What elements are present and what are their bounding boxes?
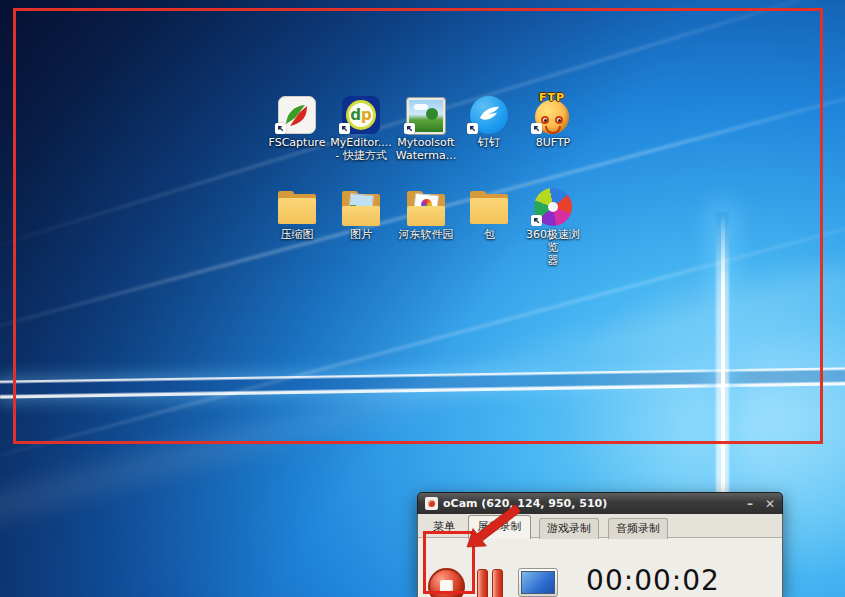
recording-timer: 00:00:02 — [568, 564, 738, 597]
icon-label: 钉钉 — [457, 136, 521, 149]
folder-icon — [469, 192, 509, 226]
icon-label: 360极速浏览 器 — [521, 228, 585, 267]
tab-screen-record[interactable]: 屏幕录制 — [468, 515, 531, 539]
icon-label: 河东软件园 — [394, 228, 458, 241]
pause-icon — [470, 568, 510, 597]
desktop-icon-fscapture[interactable]: FSCapture — [265, 92, 329, 149]
monitor-icon — [518, 568, 558, 597]
desktop-icon-myeditor[interactable]: dp MyEditor.... - 快捷方式 — [329, 92, 393, 162]
desktop-icon-folder-pictures[interactable]: 图片 — [329, 184, 393, 241]
shortcut-arrow-icon — [404, 123, 415, 134]
desktop-icon-360-browser[interactable]: 360极速浏览 器 — [521, 184, 585, 267]
icon-label: MyEditor.... - 快捷方式 — [329, 136, 393, 162]
pause-button[interactable]: 暂停 — [470, 568, 510, 597]
ftp-badge: FTP — [539, 91, 565, 104]
icon-label: 8UFTP — [521, 136, 585, 149]
desktop-icon-8uftp[interactable]: FTP 8UFTP — [521, 92, 585, 149]
tab-audio-record[interactable]: 音频录制 — [608, 518, 668, 539]
monogram-p: p — [361, 108, 372, 123]
desktop-icon-folder-hedong[interactable]: 河东软件园 — [394, 184, 458, 241]
shortcut-arrow-icon — [275, 123, 286, 134]
shortcut-arrow-icon — [531, 123, 542, 134]
folder-icon — [406, 192, 446, 226]
close-button[interactable]: ✕ — [765, 498, 775, 510]
stop-button-highlight-box — [423, 531, 475, 594]
minimize-button[interactable]: – — [747, 498, 753, 510]
desktop-icon-folder-compressed[interactable]: 压缩图 — [265, 184, 329, 241]
tab-game-record[interactable]: 游戏录制 — [539, 518, 599, 539]
shortcut-arrow-icon — [339, 123, 350, 134]
icon-label: 压缩图 — [265, 228, 329, 241]
screen-capture-button[interactable]: 屏幕捕获 — [510, 568, 566, 597]
ocam-titlebar[interactable]: oCam (620, 124, 950, 510) – ✕ — [417, 492, 783, 514]
desktop-screen: FSCapture dp MyEditor.... - 快捷方式 Mytools… — [0, 0, 845, 597]
monogram-d: d — [350, 108, 361, 123]
icon-label: Mytoolsoft Waterma... — [394, 136, 458, 162]
desktop-icon-folder-bao[interactable]: 包 — [457, 184, 521, 241]
shortcut-arrow-icon — [531, 215, 542, 226]
icon-label: 图片 — [329, 228, 393, 241]
desktop-icon-dingtalk[interactable]: 钉钉 — [457, 92, 521, 149]
desktop-icon-mytoolsoft[interactable]: Mytoolsoft Waterma... — [394, 92, 458, 162]
shortcut-arrow-icon — [467, 123, 478, 134]
icon-label: 包 — [457, 228, 521, 241]
folder-icon — [341, 192, 381, 226]
ocam-app-icon — [425, 497, 438, 510]
icon-label: FSCapture — [265, 136, 329, 149]
folder-icon — [277, 192, 317, 226]
window-title: oCam (620, 124, 950, 510) — [443, 497, 607, 510]
